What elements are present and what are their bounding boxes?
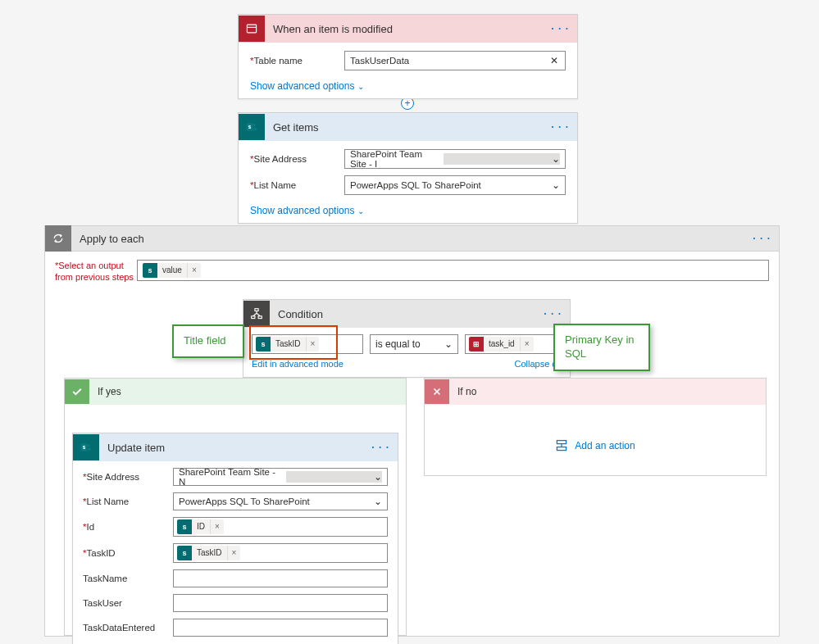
if-yes-title: If yes: [98, 386, 121, 397]
condition-left-input[interactable]: sTaskID×: [252, 334, 363, 354]
sharepoint-icon: s: [73, 434, 99, 460]
update-item-title: Update item: [107, 442, 371, 454]
sharepoint-icon: s: [239, 114, 265, 140]
remove-token-icon[interactable]: ×: [210, 519, 224, 534]
get-items-advanced-link[interactable]: Show advanced options⌄: [250, 205, 364, 216]
update-taskuser-input[interactable]: [173, 594, 388, 612]
condition-icon: [243, 301, 270, 327]
svg-text:s: s: [248, 124, 252, 129]
x-icon: [425, 379, 449, 404]
list-name-label: *List Name: [250, 180, 344, 190]
loop-icon: [45, 225, 71, 252]
annotation-primary-key: Primary Key in SQL: [553, 324, 650, 371]
if-no-title: If no: [457, 386, 476, 397]
svg-rect-9: [557, 447, 566, 451]
update-list-label: *List Name: [83, 497, 173, 506]
clear-icon[interactable]: ✕: [550, 55, 558, 66]
apply-to-each-header[interactable]: Apply to each · · ·: [44, 225, 780, 252]
chevron-down-icon: ⌄: [357, 206, 364, 215]
update-taskid-label: *TaskID: [83, 548, 173, 558]
svg-rect-5: [255, 309, 258, 311]
get-items-card: s Get items · · · *Site Address SharePoi…: [238, 112, 578, 224]
update-list-dropdown[interactable]: PowerApps SQL To SharePoint ⌄: [173, 492, 388, 510]
edit-advanced-mode-link[interactable]: Edit in advanced mode: [252, 359, 344, 369]
update-item-header[interactable]: s Update item · · ·: [73, 433, 398, 461]
chevron-down-icon: ⌄: [552, 153, 560, 165]
select-output-input[interactable]: svalue×: [137, 260, 769, 281]
trigger-card: When an item is modified · · · *Table na…: [238, 14, 578, 99]
get-items-header[interactable]: s Get items · · ·: [239, 113, 577, 141]
task-id-sql-token[interactable]: ⊞task_id×: [469, 337, 534, 351]
update-tde-label: TaskDataEntered: [83, 623, 173, 633]
sql-icon: [239, 16, 265, 42]
table-name-label: *Table name: [250, 56, 344, 66]
trigger-title: When an item is modified: [273, 23, 551, 35]
chevron-down-icon: ⌄: [357, 82, 364, 91]
update-tde-input[interactable]: [173, 619, 388, 637]
apply-to-each-more-menu[interactable]: · · ·: [753, 233, 771, 244]
chevron-down-icon: ⌄: [374, 496, 382, 507]
svg-rect-7: [258, 316, 262, 319]
condition-right-input[interactable]: ⊞task_id×: [465, 334, 562, 354]
show-advanced-link[interactable]: Show advanced options⌄: [250, 80, 364, 92]
value-token[interactable]: svalue×: [143, 263, 201, 278]
trigger-more-menu[interactable]: · · ·: [551, 23, 569, 34]
taskid-token[interactable]: sTaskID×: [256, 337, 319, 351]
chevron-down-icon: ⌄: [444, 338, 453, 350]
if-no-header[interactable]: If no: [425, 379, 766, 405]
annotation-title-field: Title field: [172, 324, 244, 358]
remove-token-icon[interactable]: ×: [187, 263, 201, 278]
svg-text:s: s: [83, 444, 86, 450]
svg-rect-8: [557, 441, 566, 444]
update-id-label: *Id: [83, 522, 173, 532]
remove-token-icon[interactable]: ×: [520, 337, 534, 351]
taskid-token-update[interactable]: sTaskID×: [177, 546, 240, 560]
add-action-link[interactable]: Add an action: [425, 439, 766, 452]
site-address-dropdown[interactable]: SharePoint Team Site - I ⌄: [344, 149, 566, 169]
select-output-label: *Select an output from previous steps: [55, 260, 137, 283]
svg-point-13: [88, 447, 91, 451]
check-icon: [65, 379, 89, 404]
id-token[interactable]: sID×: [177, 519, 224, 534]
update-taskid-input[interactable]: sTaskID×: [173, 543, 388, 563]
svg-point-12: [88, 444, 90, 447]
svg-rect-6: [252, 316, 255, 319]
update-site-dropdown[interactable]: SharePoint Team Site - N ⌄: [173, 468, 388, 486]
condition-card: Condition · · · sTaskID× is equal to⌄ ⊞t…: [243, 299, 571, 378]
remove-token-icon[interactable]: ×: [227, 546, 241, 560]
update-taskname-input[interactable]: [173, 569, 388, 587]
list-name-dropdown[interactable]: PowerApps SQL To SharePoint ⌄: [344, 175, 566, 195]
condition-operator-dropdown[interactable]: is equal to⌄: [370, 334, 458, 354]
site-address-label: *Site Address: [250, 154, 344, 164]
update-site-label: *Site Address: [83, 472, 173, 482]
condition-more-menu[interactable]: · · ·: [544, 308, 562, 320]
condition-title: Condition: [278, 308, 544, 320]
remove-token-icon[interactable]: ×: [306, 337, 320, 351]
get-items-title: Get items: [273, 121, 551, 134]
svg-point-4: [253, 127, 257, 130]
condition-header[interactable]: Condition · · ·: [243, 300, 570, 328]
update-id-input[interactable]: sID×: [173, 517, 388, 537]
table-name-input[interactable]: TaskUserData ✕: [344, 51, 566, 70]
svg-rect-0: [247, 25, 256, 33]
svg-point-3: [253, 124, 256, 126]
update-taskuser-label: TaskUser: [83, 598, 173, 608]
trigger-header[interactable]: When an item is modified · · ·: [239, 15, 577, 43]
chevron-down-icon: ⌄: [552, 179, 560, 191]
if-no-branch: If no Add an action: [424, 378, 767, 476]
chevron-down-icon: ⌄: [374, 471, 382, 483]
update-taskname-label: TaskName: [83, 574, 173, 583]
get-items-more-menu[interactable]: · · ·: [551, 121, 569, 133]
update-item-more-menu[interactable]: · · ·: [371, 442, 389, 453]
if-yes-header[interactable]: If yes: [65, 379, 406, 405]
update-item-card: s Update item · · · *Site Address ShareP…: [72, 433, 398, 644]
apply-to-each-title: Apply to each: [80, 233, 753, 245]
